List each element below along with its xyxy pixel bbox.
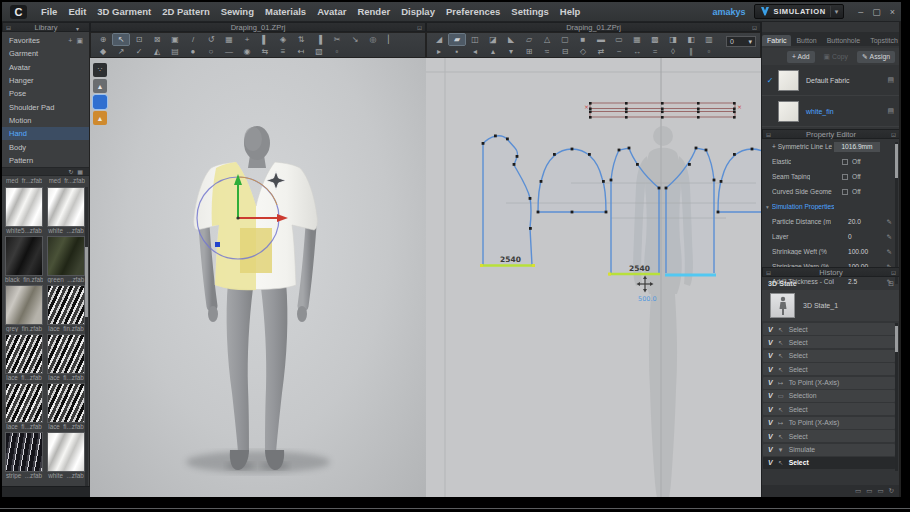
property-value[interactable]: 1016.9mm [834,142,880,152]
tool-icon[interactable]: ▧ [311,46,327,57]
library-item-motion[interactable]: Motion [2,114,89,127]
menu-help[interactable]: Help [560,6,581,17]
tab-fabric[interactable]: Fabric [762,35,791,46]
tool-icon[interactable]: ◭ [149,46,165,57]
username[interactable]: amakys [713,7,746,17]
refresh-icon[interactable]: ↻ [68,168,73,175]
library-item-hand[interactable]: Hand [2,127,89,140]
grid-view-icon[interactable]: ▦ [77,168,83,175]
tool-icon[interactable]: ⇆ [257,46,273,57]
history-header[interactable]: ⊟ History ⊡ [762,267,900,277]
add-fabric-button[interactable]: + Add [787,51,815,63]
fabric-row-white-fin[interactable]: white_fin ▤ [762,96,900,127]
tool-icon[interactable]: ↗ [113,46,129,57]
fabric-thumbnail[interactable]: lace_fi...zfab [47,383,85,430]
tool-icon[interactable]: ▫ [329,46,345,57]
layout-icon[interactable]: ▭ [877,487,883,495]
fabric-thumbnail[interactable]: white5...zfab [5,187,43,234]
tool-icon[interactable]: / [185,34,201,45]
tool-icon[interactable]: ▫ [701,46,717,57]
tool-icon[interactable]: ▣ [167,34,183,45]
library-item-pattern[interactable]: Pattern [2,154,89,167]
assign-fabric-button[interactable]: ✎Assign [857,51,895,63]
tool-icon[interactable]: ⊡ [131,34,147,45]
fabric-thumbnail[interactable]: grey_fin.zfab [5,285,43,332]
tool-icon[interactable]: ↖ [113,34,129,45]
history-entry[interactable]: V↖Select [763,336,895,348]
tool-icon[interactable]: ▾ [503,46,519,57]
add-icon[interactable]: + [68,37,72,45]
tool-icon[interactable]: ◂ [467,46,483,57]
edit-icon[interactable]: ✎ [887,218,892,226]
library-item-body[interactable]: Body [2,140,89,153]
tool-icon[interactable]: ⇄ [593,46,609,57]
fabric-properties-icon[interactable]: ▤ [887,107,894,115]
layout-icon[interactable]: ▭ [855,487,861,495]
chevron-down-icon[interactable]: ▾ [835,8,839,16]
property-row-seam-taping[interactable]: Seam TapingOff [762,169,900,184]
fabric-thumbnail[interactable]: white_...zfab [47,187,85,234]
menu-file[interactable]: File [41,6,57,17]
panel-collapse-icon[interactable]: ⊟ [766,131,771,138]
tool-icon[interactable]: ◫ [467,34,483,45]
history-entry[interactable]: V↖Select [763,363,895,375]
tool-icon[interactable]: ✂ [329,34,345,45]
layout-icon[interactable]: ▭ [866,487,872,495]
maximize-button[interactable]: ▢ [872,7,881,17]
viewport3d-title-bar[interactable]: Draping_01.ZPrj ⊡ [90,22,426,32]
tool-icon[interactable]: ● [185,46,201,57]
tool-icon[interactable]: ◧ [683,34,699,45]
menu-preferences[interactable]: Preferences [446,6,500,17]
zoom-level-dropdown[interactable]: 0 ▾ [726,36,756,47]
tab-buttonhole[interactable]: Buttonhole [822,35,865,46]
edit-icon[interactable]: ✎ [887,233,892,241]
menu-render[interactable]: Render [357,6,390,17]
history-entry-active[interactable]: V↖Select [763,457,895,469]
tool-icon[interactable]: ✓ [131,46,147,57]
library-scrollbar[interactable] [85,187,88,497]
property-editor-header[interactable]: ⊟ Property Editor ⊡ [762,129,900,139]
active-view-mode-icon[interactable] [93,95,107,109]
tool-icon[interactable]: ▏ [383,34,399,45]
tool-icon[interactable]: ◆ [95,46,111,57]
pattern-piece-sleeve-left[interactable] [537,148,608,214]
tool-icon[interactable]: ▐ [311,34,327,45]
tool-icon[interactable]: ◊ [665,46,681,57]
fabric-thumbnail[interactable]: black_fin.zfab [5,236,43,283]
history-entry[interactable]: V↖Select [763,403,895,415]
tool-icon[interactable]: = [647,46,663,57]
menu-materials[interactable]: Materials [265,6,306,17]
fabric-thumbnail[interactable]: green_...zfab [47,236,85,283]
library-item-avatar[interactable]: Avatar [2,61,89,74]
tab-button[interactable]: Button [791,35,821,46]
menu-display[interactable]: Display [401,6,435,17]
menu-sewing[interactable]: Sewing [221,6,254,17]
fabric-thumbnail[interactable]: lace_fi...zfab [5,383,43,430]
tool-icon[interactable]: ↘ [347,34,363,45]
property-row-layer[interactable]: Layer0✎ [762,229,900,244]
tool-icon[interactable]: ◪ [485,34,501,45]
tool-icon[interactable]: ◈ [275,34,291,45]
add-folder-icon[interactable]: ▣ [76,37,83,45]
copy-fabric-button[interactable]: ▣Copy [819,51,853,63]
fabric-properties-icon[interactable]: ▤ [887,76,894,84]
tool-icon[interactable]: ◉ [239,46,255,57]
simulation-mode-button[interactable]: SIMULATION ▾ [754,4,845,19]
tool-icon[interactable]: ◇ [575,46,591,57]
refresh-icon[interactable]: ↻ [889,487,894,495]
tool-icon[interactable]: ~ [611,46,627,57]
menu-3d-garment[interactable]: 3D Garment [97,6,151,17]
tool-icon[interactable]: ↺ [203,34,219,45]
chevron-down-icon[interactable]: ▾ [76,25,79,32]
fabric-thumbnail[interactable]: lace_fin.zfab [47,285,85,332]
expand-panel-icon[interactable]: ⊡ [752,24,757,31]
tool-icon[interactable]: ▦ [629,34,645,45]
tool-icon[interactable]: ↔ [629,46,645,57]
section-simulation-properties[interactable]: ▾ Simulation Properties [762,199,900,214]
property-row-curved-side[interactable]: Curved Side GeomeOff [762,184,900,199]
show-avatar-toggle-icon[interactable]: ∵ [93,63,107,77]
history-entry[interactable]: V▭Selection [763,390,895,402]
checkbox[interactable] [842,174,848,180]
history-entry[interactable]: V↖Select [763,430,895,442]
tool-icon[interactable]: ▭ [611,34,627,45]
